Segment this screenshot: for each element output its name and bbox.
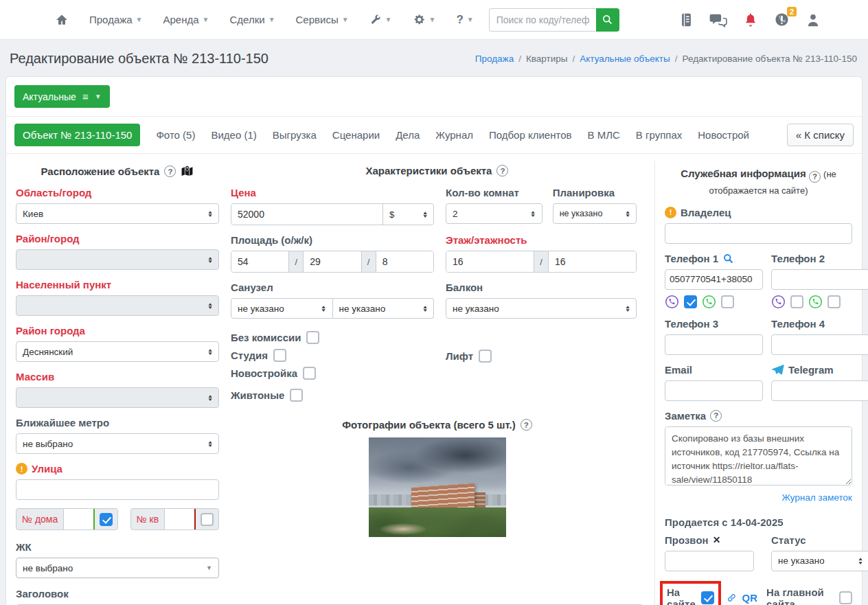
chevron-down-icon: ▼ (269, 16, 275, 23)
bathroom-select-1[interactable]: не указано▲▼ (231, 298, 333, 319)
tab-photo[interactable]: Фото (5) (156, 129, 195, 141)
status-select[interactable]: не указано▲▼ (771, 551, 868, 571)
map-icon[interactable] (181, 165, 194, 178)
house-number-input[interactable] (63, 509, 93, 529)
help-menu[interactable]: ?▼ (456, 13, 473, 27)
layout-label: Планировка (553, 187, 637, 198)
tab-client-match[interactable]: Подбор клиентов (489, 129, 572, 141)
help-icon[interactable]: ? (521, 419, 532, 431)
metro-select[interactable]: не выбрано▲▼ (16, 433, 219, 454)
phone1-whatsapp-checkbox[interactable] (721, 295, 734, 308)
tools-menu[interactable]: ▼ (369, 14, 392, 26)
user-profile-icon[interactable] (806, 12, 820, 27)
bathroom-select-2[interactable]: не указано▲▼ (333, 298, 435, 319)
notifications-bell-icon[interactable] (744, 12, 757, 27)
currency-select[interactable]: $▲▼ (382, 204, 433, 225)
no-commission-checkbox[interactable] (306, 331, 319, 344)
apartment-number-checkbox[interactable] (201, 513, 214, 526)
house-number-checkbox[interactable] (100, 513, 113, 526)
characteristics-heading: Характеристики объекта (366, 165, 492, 176)
actual-filter-button[interactable]: Актуальные ≡ ▼ (14, 85, 110, 108)
apartment-number-input[interactable] (164, 509, 194, 529)
help-icon[interactable]: ? (164, 165, 176, 177)
telegram-label: Telegram (788, 364, 834, 376)
phone4-input[interactable] (771, 334, 868, 355)
area-total-input[interactable] (231, 251, 288, 272)
tab-object[interactable]: Объект № 213-110-150 (14, 124, 140, 146)
updown-arrows-icon: ▲▼ (321, 305, 326, 312)
tab-groups[interactable]: В группах (636, 129, 682, 141)
area-kitchen-input[interactable] (376, 251, 433, 272)
owner-input[interactable] (665, 223, 852, 244)
help-icon[interactable]: ? (809, 171, 821, 183)
nav-item-services[interactable]: Сервисы▼ (296, 14, 349, 25)
nav-item-sale[interactable]: Продажа▼ (89, 14, 143, 25)
price-input[interactable] (231, 204, 382, 225)
back-to-list-button[interactable]: « К списку (787, 124, 854, 146)
phone2-input[interactable] (771, 269, 868, 290)
qr-link[interactable]: QR (742, 592, 758, 604)
studio-checkbox[interactable] (273, 349, 286, 362)
floors-total-input[interactable] (549, 251, 636, 272)
apartment-number-label: № кв (131, 514, 164, 525)
tab-log[interactable]: Журнал (435, 129, 473, 141)
tab-mls[interactable]: В МЛС (587, 129, 619, 141)
telegram-input[interactable] (771, 380, 868, 401)
updown-arrows-icon: ▲▼ (626, 305, 630, 312)
breadcrumb-link-sale[interactable]: Продажа (475, 54, 514, 64)
region-select[interactable]: Киев▲▼ (16, 203, 219, 224)
layout-select[interactable]: не указано▲▼ (553, 203, 637, 224)
rooms-label: Кол-во комнат (446, 187, 542, 198)
help-icon[interactable]: ? (710, 410, 722, 422)
help-icon[interactable]: ? (496, 165, 508, 176)
settings-menu[interactable]: ▼ (413, 13, 436, 26)
updown-arrows-icon: ▲▼ (208, 394, 212, 402)
phone1-input[interactable] (665, 269, 763, 290)
note-textarea[interactable]: Скопировано из базы внешних источников, … (665, 426, 852, 486)
floor-label: Этаж/этажность (446, 234, 637, 246)
whatsapp-icon (702, 295, 716, 309)
phone-search-icon[interactable] (722, 253, 734, 264)
main-site-checkbox[interactable] (839, 591, 852, 604)
breadcrumb-link-actual[interactable]: Актуальные объекты (580, 54, 670, 64)
area-living-input[interactable] (304, 251, 361, 272)
tab-newbuild[interactable]: Новострой (698, 129, 749, 141)
complex-select[interactable]: не выбрано▼ (16, 558, 219, 578)
nav-item-deals[interactable]: Сделки▼ (230, 14, 275, 25)
new-building-checkbox[interactable] (303, 367, 316, 380)
messages-icon[interactable] (709, 12, 727, 27)
clear-icon[interactable]: ✕ (713, 534, 721, 545)
callback-input[interactable] (665, 551, 754, 571)
on-site-checkbox[interactable] (701, 591, 714, 604)
tab-video[interactable]: Видео (1) (211, 129, 256, 141)
tab-export[interactable]: Выгрузка (273, 129, 317, 141)
nav-item-rent[interactable]: Аренда▼ (163, 14, 209, 25)
bathroom-label: Санузел (231, 282, 434, 293)
elevator-checkbox[interactable] (479, 350, 492, 363)
phone1-viber-checkbox[interactable] (684, 295, 697, 308)
street-input[interactable] (16, 479, 219, 500)
home-icon[interactable] (55, 13, 69, 27)
floor-input[interactable] (446, 251, 534, 272)
city-district-select[interactable]: Деснянский▲▼ (16, 341, 219, 362)
balcony-select[interactable]: не указано▲▼ (446, 298, 637, 319)
phone3-input[interactable] (665, 334, 763, 355)
complex-label: ЖК (16, 541, 219, 553)
link-icon[interactable] (727, 592, 736, 604)
search-button[interactable] (596, 8, 619, 32)
house-number-label: № дома (16, 514, 63, 525)
phone2-whatsapp-checkbox[interactable] (827, 295, 841, 308)
pets-checkbox[interactable] (290, 389, 303, 402)
tab-scenarios[interactable]: Сценарии (332, 129, 380, 141)
calls-icon[interactable]: 2 (774, 12, 790, 27)
gear-icon (413, 13, 426, 26)
notes-journal-link[interactable]: Журнал заметок (665, 492, 852, 503)
search-input[interactable] (489, 8, 596, 32)
email-input[interactable] (665, 380, 763, 401)
journal-icon[interactable] (680, 12, 693, 27)
rooms-select[interactable]: 2▲▼ (446, 203, 542, 224)
tab-tasks[interactable]: Дела (396, 129, 420, 141)
object-photo[interactable] (369, 437, 506, 537)
phone2-viber-checkbox[interactable] (790, 295, 803, 308)
page-title: Редактирование объекта № 213-110-150 (10, 51, 269, 67)
